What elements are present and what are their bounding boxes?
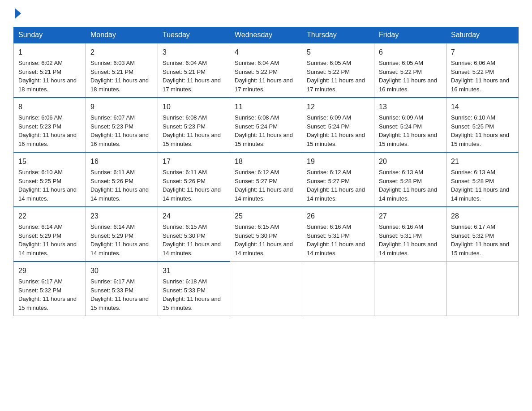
- header-row: SundayMondayTuesdayWednesdayThursdayFrid…: [14, 27, 519, 43]
- daylight-label: Daylight: 11 hours and 18 minutes.: [18, 77, 77, 93]
- week-row-1: 1Sunrise: 6:02 AMSunset: 5:21 PMDaylight…: [14, 43, 519, 98]
- sunset-label: Sunset: 5:32 PM: [18, 287, 61, 294]
- day-cell: 22Sunrise: 6:14 AMSunset: 5:29 PMDayligh…: [14, 207, 86, 261]
- sunset-label: Sunset: 5:23 PM: [90, 123, 133, 130]
- daylight-label: Daylight: 11 hours and 15 minutes.: [90, 295, 149, 311]
- sunset-label: Sunset: 5:25 PM: [451, 123, 494, 130]
- sunset-label: Sunset: 5:26 PM: [163, 178, 206, 184]
- day-number: 14: [451, 102, 514, 112]
- sunset-label: Sunset: 5:23 PM: [18, 123, 61, 130]
- daylight-label: Daylight: 11 hours and 17 minutes.: [163, 77, 221, 93]
- day-cell: 28Sunrise: 6:17 AMSunset: 5:32 PMDayligh…: [446, 207, 519, 261]
- sunset-label: Sunset: 5:29 PM: [18, 232, 61, 239]
- day-number: 16: [90, 156, 153, 167]
- sunrise-label: Sunrise: 6:17 AM: [18, 278, 63, 285]
- day-number: 31: [163, 265, 225, 276]
- sunset-label: Sunset: 5:30 PM: [235, 232, 278, 239]
- sunrise-label: Sunrise: 6:12 AM: [307, 169, 351, 176]
- week-row-2: 8Sunrise: 6:06 AMSunset: 5:23 PMDaylight…: [14, 98, 519, 152]
- sunrise-label: Sunrise: 6:11 AM: [163, 169, 207, 176]
- daylight-label: Daylight: 11 hours and 16 minutes.: [451, 77, 509, 93]
- daylight-label: Daylight: 11 hours and 17 minutes.: [235, 77, 293, 93]
- day-cell: 4Sunrise: 6:04 AMSunset: 5:22 PMDaylight…: [230, 43, 302, 98]
- sunrise-label: Sunrise: 6:17 AM: [451, 223, 495, 230]
- daylight-label: Daylight: 11 hours and 15 minutes.: [163, 295, 221, 311]
- calendar-body: 1Sunrise: 6:02 AMSunset: 5:21 PMDaylight…: [14, 43, 519, 316]
- header-cell-saturday: Saturday: [446, 27, 519, 43]
- day-cell: 12Sunrise: 6:09 AMSunset: 5:24 PMDayligh…: [302, 98, 374, 152]
- sunrise-label: Sunrise: 6:15 AM: [163, 223, 207, 230]
- logo: [13, 9, 21, 20]
- sunset-label: Sunset: 5:27 PM: [307, 178, 350, 184]
- day-number: 4: [235, 47, 297, 58]
- day-cell: [374, 261, 446, 316]
- daylight-label: Daylight: 11 hours and 14 minutes.: [163, 241, 221, 257]
- sunrise-label: Sunrise: 6:17 AM: [90, 278, 135, 285]
- day-cell: 7Sunrise: 6:06 AMSunset: 5:22 PMDaylight…: [446, 43, 519, 98]
- day-cell: 2Sunrise: 6:03 AMSunset: 5:21 PMDaylight…: [86, 43, 158, 98]
- sunset-label: Sunset: 5:22 PM: [451, 68, 494, 75]
- sunrise-label: Sunrise: 6:18 AM: [163, 278, 207, 285]
- sunrise-label: Sunrise: 6:16 AM: [307, 223, 351, 230]
- day-cell: 30Sunrise: 6:17 AMSunset: 5:33 PMDayligh…: [86, 261, 158, 316]
- day-cell: 25Sunrise: 6:15 AMSunset: 5:30 PMDayligh…: [230, 207, 302, 261]
- page-header: [13, 9, 519, 20]
- header-cell-friday: Friday: [374, 27, 446, 43]
- sunrise-label: Sunrise: 6:09 AM: [379, 114, 423, 121]
- sunrise-label: Sunrise: 6:12 AM: [235, 169, 279, 176]
- day-number: 6: [379, 47, 442, 58]
- sunset-label: Sunset: 5:21 PM: [18, 68, 61, 75]
- sunset-label: Sunset: 5:22 PM: [235, 68, 278, 75]
- day-number: 11: [235, 102, 297, 112]
- header-cell-wednesday: Wednesday: [230, 27, 302, 43]
- daylight-label: Daylight: 11 hours and 14 minutes.: [307, 186, 365, 202]
- day-number: 23: [90, 211, 153, 222]
- sunset-label: Sunset: 5:33 PM: [163, 287, 206, 294]
- daylight-label: Daylight: 11 hours and 14 minutes.: [451, 186, 509, 202]
- day-number: 2: [90, 47, 153, 58]
- day-cell: 9Sunrise: 6:07 AMSunset: 5:23 PMDaylight…: [86, 98, 158, 152]
- sunrise-label: Sunrise: 6:14 AM: [90, 223, 135, 230]
- sunset-label: Sunset: 5:28 PM: [379, 178, 422, 184]
- sunset-label: Sunset: 5:24 PM: [307, 123, 350, 130]
- sunset-label: Sunset: 5:28 PM: [451, 178, 494, 184]
- sunrise-label: Sunrise: 6:05 AM: [307, 60, 351, 66]
- sunset-label: Sunset: 5:21 PM: [163, 68, 206, 75]
- day-cell: 21Sunrise: 6:13 AMSunset: 5:28 PMDayligh…: [446, 152, 519, 207]
- sunrise-label: Sunrise: 6:04 AM: [163, 60, 207, 66]
- day-number: 13: [379, 102, 442, 112]
- day-number: 26: [307, 211, 369, 222]
- sunset-label: Sunset: 5:24 PM: [379, 123, 422, 130]
- sunset-label: Sunset: 5:21 PM: [90, 68, 133, 75]
- day-cell: 27Sunrise: 6:16 AMSunset: 5:31 PMDayligh…: [374, 207, 446, 261]
- sunset-label: Sunset: 5:33 PM: [90, 287, 133, 294]
- day-number: 29: [18, 265, 81, 276]
- week-row-4: 22Sunrise: 6:14 AMSunset: 5:29 PMDayligh…: [14, 207, 519, 261]
- daylight-label: Daylight: 11 hours and 14 minutes.: [90, 241, 149, 257]
- header-cell-sunday: Sunday: [14, 27, 86, 43]
- sunrise-label: Sunrise: 6:08 AM: [235, 114, 279, 121]
- calendar-table: SundayMondayTuesdayWednesdayThursdayFrid…: [13, 27, 519, 316]
- day-number: 12: [307, 102, 369, 112]
- day-cell: 14Sunrise: 6:10 AMSunset: 5:25 PMDayligh…: [446, 98, 519, 152]
- daylight-label: Daylight: 11 hours and 14 minutes.: [235, 241, 293, 257]
- sunrise-label: Sunrise: 6:13 AM: [451, 169, 495, 176]
- daylight-label: Daylight: 11 hours and 16 minutes.: [18, 132, 77, 147]
- day-cell: 15Sunrise: 6:10 AMSunset: 5:25 PMDayligh…: [14, 152, 86, 207]
- day-number: 18: [235, 156, 297, 167]
- sunrise-label: Sunrise: 6:15 AM: [235, 223, 279, 230]
- sunset-label: Sunset: 5:22 PM: [379, 68, 422, 75]
- day-number: 19: [307, 156, 369, 167]
- sunrise-label: Sunrise: 6:10 AM: [451, 114, 495, 121]
- sunrise-label: Sunrise: 6:13 AM: [379, 169, 423, 176]
- sunset-label: Sunset: 5:31 PM: [307, 232, 350, 239]
- sunrise-label: Sunrise: 6:02 AM: [18, 60, 63, 66]
- day-cell: 26Sunrise: 6:16 AMSunset: 5:31 PMDayligh…: [302, 207, 374, 261]
- sunset-label: Sunset: 5:30 PM: [163, 232, 206, 239]
- daylight-label: Daylight: 11 hours and 14 minutes.: [235, 186, 293, 202]
- day-cell: [302, 261, 374, 316]
- day-cell: 23Sunrise: 6:14 AMSunset: 5:29 PMDayligh…: [86, 207, 158, 261]
- sunrise-label: Sunrise: 6:03 AM: [90, 60, 135, 66]
- logo-arrow-icon: [15, 8, 21, 19]
- day-cell: 24Sunrise: 6:15 AMSunset: 5:30 PMDayligh…: [158, 207, 230, 261]
